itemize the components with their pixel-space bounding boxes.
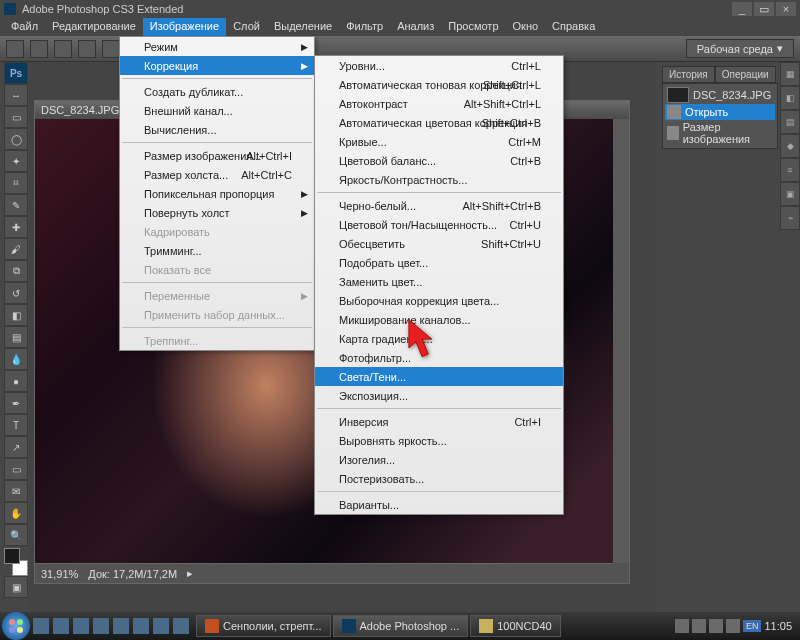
option-icon-2[interactable] — [54, 40, 72, 58]
menu-слой[interactable]: Слой — [226, 18, 267, 36]
path-tool[interactable]: ↗ — [4, 436, 28, 458]
menu-item[interactable]: Внешний канал... — [120, 101, 314, 120]
text-tool[interactable]: T — [4, 414, 28, 436]
taskbar-button[interactable]: Adobe Photoshop ... — [333, 615, 469, 637]
menu-item[interactable]: Выровнять яркость... — [315, 431, 563, 450]
workspace-dropdown[interactable]: Рабочая среда ▾ — [686, 39, 794, 58]
gradient-tool[interactable]: ▤ — [4, 326, 28, 348]
quicklaunch-icon-8[interactable] — [173, 618, 189, 634]
menu-item[interactable]: ОбесцветитьShift+Ctrl+U — [315, 234, 563, 253]
menu-item[interactable]: Вычисления... — [120, 120, 314, 139]
lasso-tool[interactable]: ◯ — [4, 128, 28, 150]
menu-item[interactable]: Яркость/Контрастность... — [315, 170, 563, 189]
menu-выделение[interactable]: Выделение — [267, 18, 339, 36]
menu-item[interactable]: Изогелия... — [315, 450, 563, 469]
quicklaunch-icon-7[interactable] — [153, 618, 169, 634]
shape-tool[interactable]: ▭ — [4, 458, 28, 480]
quicklaunch-icon-1[interactable] — [33, 618, 49, 634]
move-tool[interactable]: ↔ — [4, 84, 28, 106]
maximize-button[interactable]: ▭ — [754, 2, 774, 16]
taskbar-button[interactable]: 100NCD40 — [470, 615, 560, 637]
quicklaunch-icon-4[interactable] — [93, 618, 109, 634]
menu-item[interactable]: Тримминг... — [120, 241, 314, 260]
brush-tool[interactable]: 🖌 — [4, 238, 28, 260]
menu-item[interactable]: Подобрать цвет... — [315, 253, 563, 272]
menu-item[interactable]: Варианты... — [315, 495, 563, 514]
close-button[interactable]: × — [776, 2, 796, 16]
menu-item[interactable]: Цветовой баланс...Ctrl+B — [315, 151, 563, 170]
menu-item[interactable]: Режим▶ — [120, 37, 314, 56]
history-brush-tool[interactable]: ↺ — [4, 282, 28, 304]
menu-item[interactable]: Черно-белый...Alt+Shift+Ctrl+B — [315, 196, 563, 215]
history-step[interactable]: Размер изображения — [665, 120, 775, 146]
menu-item[interactable]: Автоматическая тоновая коррекцияShift+Ct… — [315, 75, 563, 94]
menu-item[interactable]: Кривые...Ctrl+M — [315, 132, 563, 151]
menu-item[interactable]: Выборочная коррекция цвета... — [315, 291, 563, 310]
menu-справка[interactable]: Справка — [545, 18, 602, 36]
menu-item[interactable]: Заменить цвет... — [315, 272, 563, 291]
menu-item[interactable]: Карта градиента... — [315, 329, 563, 348]
menu-просмотр[interactable]: Просмотр — [441, 18, 505, 36]
zoom-level[interactable]: 31,91% — [41, 568, 78, 580]
blur-tool[interactable]: 💧 — [4, 348, 28, 370]
dock-styles-icon[interactable]: ◆ — [780, 134, 800, 158]
vertical-scrollbar[interactable] — [613, 119, 629, 563]
quicklaunch-icon-3[interactable] — [73, 618, 89, 634]
dodge-tool[interactable]: ● — [4, 370, 28, 392]
dock-navigator-icon[interactable]: ▦ — [780, 62, 800, 86]
tray-icon-4[interactable] — [726, 619, 740, 633]
hand-tool[interactable]: ✋ — [4, 502, 28, 524]
stamp-tool[interactable]: ⧉ — [4, 260, 28, 282]
eraser-tool[interactable]: ◧ — [4, 304, 28, 326]
healing-tool[interactable]: ✚ — [4, 216, 28, 238]
tray-icon-3[interactable] — [709, 619, 723, 633]
menu-item[interactable]: Постеризовать... — [315, 469, 563, 488]
menu-item[interactable]: Создать дубликат... — [120, 82, 314, 101]
menu-item[interactable]: Размер холста...Alt+Ctrl+C — [120, 165, 314, 184]
wand-tool[interactable]: ✦ — [4, 150, 28, 172]
menu-item[interactable]: Коррекция▶ — [120, 56, 314, 75]
quicklaunch-icon-2[interactable] — [53, 618, 69, 634]
tool-preset-icon[interactable] — [6, 40, 24, 58]
menu-item[interactable]: Фотофильтр... — [315, 348, 563, 367]
option-icon-3[interactable] — [78, 40, 96, 58]
menu-item[interactable]: Уровни...Ctrl+L — [315, 56, 563, 75]
taskbar-button[interactable]: Сенполии, стрепт... — [196, 615, 331, 637]
menu-item[interactable]: Цветовой тон/Насыщенность...Ctrl+U — [315, 215, 563, 234]
menu-item[interactable]: АвтоконтрастAlt+Shift+Ctrl+L — [315, 94, 563, 113]
marquee-tool[interactable]: ▭ — [4, 106, 28, 128]
menu-окно[interactable]: Окно — [506, 18, 546, 36]
tray-icon-2[interactable] — [692, 619, 706, 633]
tray-icon-1[interactable] — [675, 619, 689, 633]
menu-изображение[interactable]: Изображение — [143, 18, 226, 36]
menu-item[interactable]: Экспозиция... — [315, 386, 563, 405]
menu-файл[interactable]: Файл — [4, 18, 45, 36]
dock-paths-icon[interactable]: ⌁ — [780, 206, 800, 230]
pen-tool[interactable]: ✒ — [4, 392, 28, 414]
eyedropper-tool[interactable]: ✎ — [4, 194, 28, 216]
language-indicator[interactable]: EN — [743, 620, 762, 632]
quicklaunch-icon-6[interactable] — [133, 618, 149, 634]
quick-mask-toggle[interactable]: ▣ — [4, 576, 28, 598]
menu-item[interactable]: Автоматическая цветовая коррекцияShift+C… — [315, 113, 563, 132]
dock-layers-icon[interactable]: ≡ — [780, 158, 800, 182]
history-step[interactable]: Открыть — [665, 104, 775, 120]
zoom-tool[interactable]: 🔍 — [4, 524, 28, 546]
color-swatches[interactable] — [4, 548, 28, 576]
crop-tool[interactable]: ⌗ — [4, 172, 28, 194]
menu-item[interactable]: Света/Тени... — [315, 367, 563, 386]
menu-фильтр[interactable]: Фильтр — [339, 18, 390, 36]
history-snapshot[interactable]: DSC_8234.JPG — [665, 86, 775, 104]
start-button[interactable] — [2, 612, 30, 640]
tab-history[interactable]: История — [662, 66, 715, 83]
option-icon-1[interactable] — [30, 40, 48, 58]
foreground-color-swatch[interactable] — [4, 548, 20, 564]
dock-color-icon[interactable]: ◧ — [780, 86, 800, 110]
dock-channels-icon[interactable]: ▣ — [780, 182, 800, 206]
dock-swatches-icon[interactable]: ▤ — [780, 110, 800, 134]
menu-анализ[interactable]: Анализ — [390, 18, 441, 36]
notes-tool[interactable]: ✉ — [4, 480, 28, 502]
menu-item[interactable]: ИнверсияCtrl+I — [315, 412, 563, 431]
quicklaunch-icon-5[interactable] — [113, 618, 129, 634]
chevron-right-icon[interactable]: ▸ — [187, 567, 193, 580]
